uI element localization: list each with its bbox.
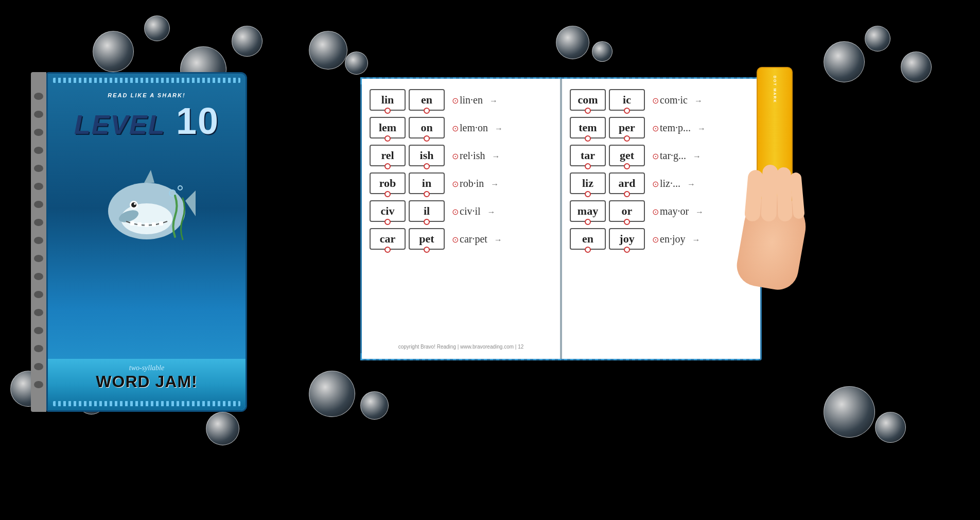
level-number: 10 bbox=[176, 100, 219, 142]
combined-word: ⊙rob·in → bbox=[452, 178, 552, 189]
dot-marker bbox=[624, 163, 630, 169]
right-word-rows: com ic ⊙com·ic → tem per ⊙tem·p... bbox=[570, 89, 752, 250]
arrow: → bbox=[693, 152, 701, 161]
arrow: → bbox=[695, 207, 704, 216]
spiral-dot bbox=[34, 327, 43, 334]
word-part2: in bbox=[409, 172, 445, 194]
word-row: lem on ⊙lem·on → bbox=[370, 117, 552, 138]
spiral-dot bbox=[34, 345, 43, 352]
dot-marker bbox=[384, 163, 391, 169]
word-row: tem per ⊙tem·p... → bbox=[570, 117, 752, 138]
book-footer: two-syllable WORD JAM! bbox=[48, 359, 246, 391]
combined-word: ⊙tem·p... → bbox=[652, 122, 752, 134]
shark-svg bbox=[95, 149, 198, 252]
dot-marker bbox=[384, 135, 391, 142]
dot-marker bbox=[624, 191, 630, 197]
combined-word: ⊙lem·on → bbox=[452, 122, 552, 134]
decorative-bubble bbox=[901, 51, 932, 82]
word-part1: com bbox=[570, 89, 606, 111]
combined-word: ⊙liz·... → bbox=[652, 178, 752, 189]
book-pages-wrapper: lin en ⊙lin·en → lem on ⊙lem·on → bbox=[360, 77, 762, 360]
svg-point-7 bbox=[134, 203, 136, 205]
word-part2: en bbox=[409, 89, 445, 111]
word-part1: liz bbox=[570, 172, 606, 194]
target-dot: ⊙ bbox=[652, 180, 659, 188]
target-dot: ⊙ bbox=[652, 124, 659, 133]
word-part2: per bbox=[609, 117, 645, 138]
book-pages: lin en ⊙lin·en → lem on ⊙lem·on → bbox=[360, 77, 762, 360]
dot-marker bbox=[585, 191, 591, 197]
book-cover: READ LIKE A SHARK! LEVEL 10 bbox=[46, 72, 247, 412]
word-part2: ish bbox=[409, 145, 445, 166]
arrow: → bbox=[697, 124, 706, 133]
dot-marker bbox=[424, 247, 430, 253]
dot-marker bbox=[585, 247, 591, 253]
dot-marker bbox=[384, 108, 391, 114]
spiral-dot bbox=[34, 255, 43, 262]
arrow: → bbox=[687, 180, 695, 188]
arrow: → bbox=[692, 235, 700, 244]
level-label: LEVEL 10 bbox=[53, 101, 240, 142]
dot-marker bbox=[384, 247, 391, 253]
word-row: tar get ⊙tar·g... → bbox=[570, 145, 752, 166]
svg-rect-10 bbox=[145, 223, 149, 227]
combined-word: ⊙com·ic → bbox=[652, 94, 752, 106]
spiral-dot bbox=[34, 309, 43, 316]
dotted-border-top bbox=[53, 78, 240, 83]
left-word-rows: lin en ⊙lin·en → lem on ⊙lem·on → bbox=[370, 89, 552, 250]
word-part1: may bbox=[570, 200, 606, 222]
word-row: rob in ⊙rob·in → bbox=[370, 172, 552, 194]
spiral-dot bbox=[34, 129, 43, 136]
arrow: → bbox=[489, 96, 498, 105]
word-part2: ard bbox=[609, 172, 645, 194]
decorative-bubble bbox=[556, 26, 589, 59]
combined-word: ⊙may·or → bbox=[652, 205, 752, 217]
target-dot: ⊙ bbox=[652, 152, 659, 161]
svg-point-14 bbox=[178, 186, 182, 190]
word-row: com ic ⊙com·ic → bbox=[570, 89, 752, 111]
spiral-dot bbox=[34, 93, 43, 100]
arrow: → bbox=[694, 96, 703, 105]
target-dot: ⊙ bbox=[452, 124, 459, 133]
combined-word: ⊙en·joy → bbox=[652, 233, 752, 245]
word-row: liz ard ⊙liz·... → bbox=[570, 172, 752, 194]
dot-marker bbox=[585, 219, 591, 225]
arrow: → bbox=[487, 207, 496, 216]
left-book: READ LIKE A SHARK! LEVEL 10 bbox=[31, 72, 247, 422]
word-part2: on bbox=[409, 117, 445, 138]
word-part2: il bbox=[409, 200, 445, 222]
arrow: → bbox=[492, 152, 500, 161]
spiral-dot bbox=[34, 183, 43, 190]
level-word: LEVEL bbox=[74, 110, 166, 140]
svg-rect-8 bbox=[130, 221, 134, 226]
svg-marker-2 bbox=[144, 170, 154, 183]
subtitle-bottom: WORD JAM! bbox=[56, 372, 238, 391]
word-part1: tem bbox=[570, 117, 606, 138]
pen-brand: DOT MARK bbox=[773, 76, 777, 103]
target-dot: ⊙ bbox=[652, 235, 659, 244]
spiral-dot bbox=[34, 363, 43, 370]
dot-marker bbox=[624, 219, 630, 225]
spiral-dot bbox=[34, 201, 43, 208]
decorative-bubble bbox=[345, 51, 368, 75]
highlighter-pen-area: DOT MARK bbox=[746, 67, 839, 299]
target-dot: ⊙ bbox=[652, 207, 659, 216]
decorative-bubble bbox=[93, 31, 134, 72]
level-title-area: LEVEL 10 bbox=[48, 101, 246, 142]
right-workbook: lin en ⊙lin·en → lem on ⊙lem·on → bbox=[360, 77, 762, 360]
target-dot: ⊙ bbox=[452, 152, 459, 161]
combined-word: ⊙lin·en → bbox=[452, 94, 552, 106]
dot-marker bbox=[384, 219, 391, 225]
dot-marker bbox=[424, 163, 430, 169]
arrow: → bbox=[491, 180, 499, 188]
word-row: rel ish ⊙rel·ish → bbox=[370, 145, 552, 166]
svg-point-6 bbox=[131, 202, 136, 207]
combined-word: ⊙tar·g... → bbox=[652, 150, 752, 162]
decorative-bubble bbox=[309, 371, 355, 417]
dot-marker bbox=[424, 108, 430, 114]
spiral-dot bbox=[34, 219, 43, 226]
svg-marker-3 bbox=[185, 190, 196, 216]
book-spine bbox=[31, 72, 46, 412]
target-dot: ⊙ bbox=[452, 207, 459, 216]
combined-word: ⊙car·pet → bbox=[452, 233, 552, 245]
